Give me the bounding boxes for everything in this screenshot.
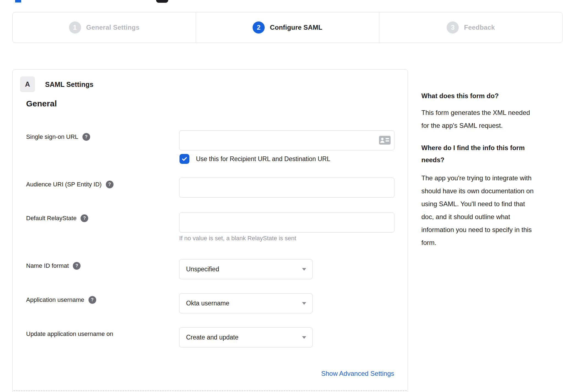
help-icon[interactable]: ? bbox=[73, 262, 81, 270]
app-username-select[interactable]: Okta username bbox=[179, 293, 313, 313]
app-username-label: Application username bbox=[26, 296, 84, 303]
section-a-badge: A bbox=[20, 76, 35, 92]
update-username-value: Create and update bbox=[186, 334, 239, 341]
saml-config-screen: 1 General Settings 2 Configure SAML 3 Fe… bbox=[0, 0, 575, 392]
step-3-label: Feedback bbox=[464, 24, 495, 31]
help-icon[interactable]: ? bbox=[89, 296, 96, 304]
use-for-recipient-label: Use this for Recipient URL and Destinati… bbox=[196, 154, 330, 164]
wizard-stepper: 1 General Settings 2 Configure SAML 3 Fe… bbox=[12, 12, 563, 43]
section-divider bbox=[13, 390, 407, 391]
step-1-circle: 1 bbox=[69, 21, 81, 34]
audience-uri-label: Audience URI (SP Entity ID) bbox=[26, 181, 102, 188]
step-2-circle: 2 bbox=[253, 21, 265, 34]
name-id-format-value: Unspecified bbox=[186, 266, 219, 273]
contact-card-icon[interactable] bbox=[379, 136, 391, 145]
sso-url-input[interactable] bbox=[179, 130, 394, 150]
step-general-settings[interactable]: 1 General Settings bbox=[13, 12, 196, 43]
sso-url-label: Single sign-on URL bbox=[26, 133, 78, 140]
help-icon[interactable]: ? bbox=[82, 133, 90, 141]
sso-url-label-row: Single sign-on URL ? bbox=[26, 132, 90, 142]
step-2-label: Configure SAML bbox=[270, 24, 322, 31]
show-advanced-settings-link[interactable]: Show Advanced Settings bbox=[321, 370, 394, 377]
step-configure-saml[interactable]: 2 Configure SAML bbox=[196, 12, 379, 43]
dropdown-caret-icon bbox=[302, 302, 306, 305]
help-icon[interactable]: ? bbox=[106, 181, 114, 188]
help-body-what: This form generates the XML needed for t… bbox=[421, 106, 560, 132]
update-username-label: Update application username on bbox=[26, 330, 113, 338]
help-heading-what: What does this form do? bbox=[421, 92, 560, 100]
step-1-label: General Settings bbox=[86, 24, 140, 31]
relaystate-input[interactable] bbox=[179, 212, 394, 233]
help-sidebar: What does this form do? This form genera… bbox=[421, 92, 560, 249]
name-id-format-label: Name ID format bbox=[26, 262, 69, 269]
dropdown-caret-icon bbox=[302, 336, 306, 339]
dropdown-caret-icon bbox=[302, 268, 306, 271]
relaystate-label: Default RelayState bbox=[26, 215, 76, 222]
cropped-header-icon-fragment bbox=[156, 0, 168, 3]
saml-settings-panel: A SAML Settings General Single sign-on U… bbox=[12, 69, 408, 392]
name-id-format-select[interactable]: Unspecified bbox=[179, 259, 313, 279]
checkmark-icon bbox=[181, 156, 188, 162]
name-id-format-label-row: Name ID format ? bbox=[26, 261, 81, 271]
panel-title: SAML Settings bbox=[45, 81, 93, 89]
app-username-label-row: Application username ? bbox=[26, 295, 96, 305]
step-feedback[interactable]: 3 Feedback bbox=[379, 12, 562, 43]
help-icon[interactable]: ? bbox=[81, 214, 88, 222]
update-username-select[interactable]: Create and update bbox=[179, 327, 313, 347]
update-username-label-row: Update application username on bbox=[26, 329, 113, 339]
help-heading-where: Where do I find the info this form needs… bbox=[421, 142, 560, 166]
step-3-circle: 3 bbox=[447, 21, 459, 34]
audience-uri-label-row: Audience URI (SP Entity ID) ? bbox=[26, 180, 114, 189]
app-username-value: Okta username bbox=[186, 300, 229, 307]
cropped-logo-fragment bbox=[15, 0, 21, 2]
help-body-where: The app you're trying to integrate with … bbox=[421, 172, 560, 249]
use-for-recipient-checkbox[interactable] bbox=[179, 154, 189, 164]
relaystate-hint: If no value is set, a blank RelayState i… bbox=[179, 235, 296, 242]
relaystate-label-row: Default RelayState ? bbox=[26, 213, 88, 223]
general-section-heading: General bbox=[26, 99, 57, 109]
audience-uri-input[interactable] bbox=[179, 178, 394, 198]
